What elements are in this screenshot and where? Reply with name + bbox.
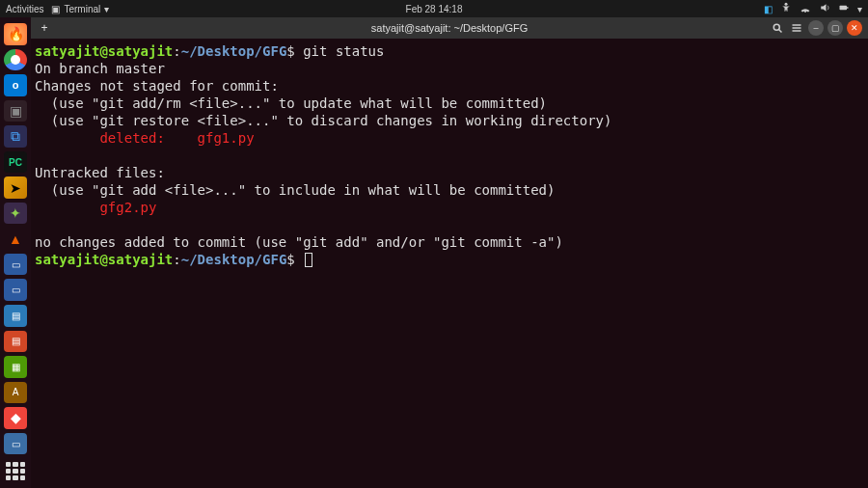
network-icon[interactable] <box>800 2 811 15</box>
output-line: (use "git add/rm <file>..." to update wh… <box>35 95 547 111</box>
chevron-down-icon[interactable]: ▾ <box>857 4 862 14</box>
dock-item-outlook[interactable]: o <box>4 74 27 96</box>
output-line: (use "git restore <file>..." to discard … <box>35 113 611 128</box>
window-title: satyajit@satyajit: ~/Desktop/GFG <box>371 22 528 34</box>
prompt-dollar: $ <box>286 43 294 59</box>
battery-icon[interactable] <box>838 2 850 15</box>
dock-item-pycharm[interactable]: PC <box>4 151 27 174</box>
dock-item-terminal[interactable]: ▣ <box>4 100 27 122</box>
search-button[interactable] <box>770 20 785 36</box>
dock: 🔥 o ▣ ⧉ PC ➤ ✦ ▲ ▭ ▭ ▤ ▤ ▦ A ◆ ▭ <box>0 17 31 488</box>
accessibility-icon[interactable] <box>780 2 792 15</box>
svg-point-1 <box>804 11 806 13</box>
dock-item-plex[interactable]: ➤ <box>4 176 27 199</box>
output-line: (use "git add <file>..." to include in w… <box>35 182 555 198</box>
dock-item-firefox[interactable]: 🔥 <box>4 23 27 45</box>
output-line: no changes added to commit (use "git add… <box>35 234 563 250</box>
cursor <box>305 253 312 267</box>
maximize-button[interactable]: ▢ <box>827 20 843 36</box>
hamburger-menu-button[interactable] <box>789 20 804 36</box>
deleted-file: gfg1.py <box>198 130 255 146</box>
dock-item-anydesk[interactable]: ◆ <box>4 407 27 429</box>
chevron-down-icon: ▾ <box>104 4 109 14</box>
deleted-label: deleted: <box>35 130 198 146</box>
tray-app-icon[interactable]: ◧ <box>764 4 773 14</box>
prompt-path: ~/Desktop/GFG <box>181 252 287 267</box>
dock-item-vlc[interactable]: ▲ <box>4 228 27 250</box>
app-menu-label: Terminal <box>64 4 100 14</box>
terminal-window: + satyajit@satyajit: ~/Desktop/GFG – ▢ ✕… <box>31 17 868 488</box>
dock-item-folder[interactable]: ▭ <box>4 254 27 276</box>
dock-item-vscode[interactable]: ⧉ <box>4 125 27 148</box>
prompt-dollar: $ <box>286 252 294 267</box>
new-tab-button[interactable]: + <box>37 20 52 36</box>
output-line: On branch master <box>35 61 165 76</box>
dock-item-calc[interactable]: ▦ <box>4 356 27 378</box>
close-button[interactable]: ✕ <box>847 20 862 36</box>
dock-item-impress[interactable]: ▤ <box>4 331 27 353</box>
terminal-body[interactable]: satyajit@satyajit:~/Desktop/GFG$ git sta… <box>31 39 868 488</box>
gnome-topbar: Activities ▣ Terminal ▾ Feb 28 14:18 ◧ ▾ <box>0 0 868 17</box>
dock-item-writer[interactable]: ▤ <box>4 305 27 327</box>
output-line: Untracked files: <box>35 165 165 180</box>
app-menu[interactable]: ▣ Terminal ▾ <box>51 4 109 14</box>
dock-item-files[interactable]: ▭ <box>4 433 27 455</box>
activities-button[interactable]: Activities <box>6 4 43 14</box>
terminal-icon: ▣ <box>51 4 60 14</box>
show-applications-button[interactable] <box>6 462 25 480</box>
volume-icon[interactable] <box>819 2 830 15</box>
svg-point-4 <box>773 24 779 30</box>
prompt-colon: : <box>173 252 180 267</box>
dock-item-app[interactable]: ✦ <box>4 203 27 225</box>
prompt-user: satyajit@satyajit <box>35 252 173 267</box>
svg-point-0 <box>785 3 788 6</box>
dock-item-folder[interactable]: ▭ <box>4 279 27 301</box>
command-text: git status <box>303 43 384 59</box>
titlebar: + satyajit@satyajit: ~/Desktop/GFG – ▢ ✕ <box>31 17 868 39</box>
clock[interactable]: Feb 28 14:18 <box>406 4 463 14</box>
dock-item-app2[interactable]: A <box>4 382 27 404</box>
prompt-user: satyajit@satyajit <box>35 43 173 59</box>
svg-rect-2 <box>840 6 848 11</box>
prompt-colon: : <box>173 43 180 59</box>
svg-rect-3 <box>847 7 849 9</box>
untracked-file: gfg2.py <box>35 200 156 215</box>
prompt-path: ~/Desktop/GFG <box>181 43 287 59</box>
minimize-button[interactable]: – <box>808 20 824 36</box>
output-line: Changes not staged for commit: <box>35 78 279 94</box>
dock-item-chrome[interactable] <box>4 49 27 71</box>
